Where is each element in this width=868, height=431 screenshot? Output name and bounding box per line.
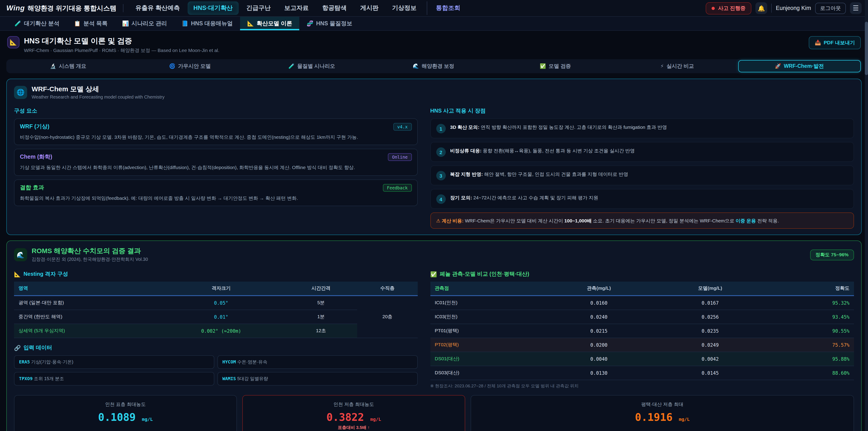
microscope-icon: 🔬 [50,63,56,69]
survey-footnote: ※ 현장조사: 2023.06.27~28 / 전체 10개 관측점 모두 모델… [430,383,854,390]
section-tabs-bar: 🔬 시스템 개요 🌀 가우시안 모델 🧪 물질별 시나리오 🌊 해양환경 보정 … [6,59,862,73]
roms-panel-subtitle: 김창겸·이문진 외 (2024), 한국해양환경·안전학회지 Vol.30 [32,256,148,263]
table-row: DS03(대산) 0.0130 0.0145 88.60% [430,366,854,380]
incident-status-badge[interactable]: 사고 진행중 [706,2,751,14]
app-logo[interactable]: Wing 해양환경 위기대응 통합시스템 [6,4,116,12]
column-header: 관측(mg/L) [543,282,654,296]
nav-item-integrated-search[interactable]: 통합조회 [427,1,466,15]
top-navigation-bar: Wing 해양환경 위기대응 통합시스템 유출유 확산예측 HNS·대기확산 긴… [0,0,868,17]
input-data-chips: ERA5 기상(기압·풍속·기온) HYCOM 수온·염분·유속 TPXO9 조… [14,356,417,386]
tab-system-overview[interactable]: 🔬 시스템 개요 [7,60,129,72]
advantage-item-3: 3 복잡 지형 반영: 해안 절벽, 항만 구조물, 인접 도시의 건물 효과를… [430,165,854,185]
logo-text: 해양환경 위기대응 통합시스템 [28,4,116,12]
triangle-ruler-icon: 📐 [14,271,21,278]
nav-item-aerial-search[interactable]: 항공탐색 [316,1,352,15]
incident-label: 사고 진행중 [718,5,745,11]
stat-note: 표층대비 3.5배 ↑ [247,425,460,431]
feedback-badge: Feedback [383,184,412,191]
component-description: 비정수압(non-hydrostatic) 중규모 기상 모델. 3차원 바람장… [20,133,412,141]
table-row: PT01(평택) 0.0215 0.0235 90.55% [430,324,854,338]
hamburger-icon: ☰ [853,4,859,12]
advantage-item-1: 1 3D 확산 모의: 연직 방향 확산까지 포함한 정밀 농도장 계산. 고층… [430,118,854,138]
advantage-item-4: 4 장기 모의: 24~72시간 예측으로 사고 수습 계획 및 장기 피해 평… [430,189,854,209]
page-title-group: HNS 대기확산 모델 이론 및 검증 WRF-Chem · Gaussian … [24,36,219,54]
column-header: 모델(mg/L) [655,282,766,296]
table-row-highlighted: 상세역 (5개 우심지역) 0.002° (≈200m) 12초 [14,324,417,338]
nav-item-rescue[interactable]: 긴급구난 [241,1,277,15]
page-scrollbar[interactable] [865,0,868,431]
wave-icon: 🌊 [413,63,419,69]
column-header: 관측점 [430,282,543,296]
logo-mark: Wing [6,4,25,12]
nav-divider [123,4,123,12]
table-row: 광역 (일본·대만 포함) 0.05° 5분 20층 [14,296,417,310]
online-badge: Online [388,153,412,161]
tab-gaussian-model[interactable]: 🌀 가우시안 모델 [129,60,251,72]
app-viewport: Wing 해양환경 위기대응 통합시스템 유출유 확산예측 HNS·대기확산 긴… [0,0,868,431]
nav-item-oil-spill[interactable]: 유출유 확산예측 [129,1,186,15]
advantages-label: HNS 사고 적용 시 장점 [430,107,854,115]
nav-item-reports[interactable]: 보고자료 [278,1,315,15]
page-header: 📐 HNS 대기확산 모델 이론 및 검증 WRF-Chem · Gaussia… [0,31,868,57]
tab-substance-scenarios[interactable]: 🧪 물질별 시나리오 [251,60,373,72]
column-header: 수직층 [358,282,418,296]
table-row: 중간역 (한반도 해역) 0.01° 1분 [14,310,417,324]
tab-wrfchem-advanced[interactable]: 🚀 WRF-Chem·발전 [738,60,861,72]
nesting-grid-table: 영역 격자크기 시간간격 수직층 광역 (일본·대만 포함) 0.05° 5분 … [14,282,417,338]
logout-button[interactable]: 로그아웃 [815,2,846,14]
table-row: IC01(인천) 0.0160 0.0167 95.32% [430,296,854,310]
components-label: 구성 요소 [14,107,417,115]
number-badge: 2 [436,147,445,157]
wave-icon: 🌊 [14,248,27,261]
scrollbar-thumb[interactable] [865,22,868,75]
roms-panel-title: ROMS 해양확산 수치모의 검증 결과 [32,247,148,256]
phenol-comparison-column: ✅ 페놀 관측-모델 비교 (인천·평택·대산) 관측점 관측(mg/L) 모델… [430,267,854,390]
component-card-wrf: WRF (기상) v4.x 비정수압(non-hydrostatic) 중규모 … [14,118,417,145]
component-description: 화학물질의 복사 효과가 기상장에 되먹임(feedback). 예: 대량의 … [20,194,412,202]
advantage-item-2: 2 비정상류 대응: 풍향 전환(해풍↔육풍), 돌풍, 전선 통과 등 시변 … [430,142,854,162]
subtab-hns-substance-info[interactable]: 🧬 HNS 물질정보 [299,17,360,30]
roms-panel-header: 🌊 ROMS 해양확산 수치모의 검증 결과 김창겸·이문진 외 (2024),… [14,247,854,263]
nav-item-board[interactable]: 게시판 [354,1,384,15]
table-row-warning: PT02(평택) 0.0200 0.0249 75.57% [430,338,854,352]
component-card-chem: Chem (화학) Online 기상 모델과 동일한 시간 스텝에서 화학종의… [14,149,417,176]
download-icon: 📥 [815,40,821,45]
wrfchem-advantages-column: HNS 사고 적용 시 장점 1 3D 확산 모의: 연직 방향 확산까지 포함… [430,103,854,229]
notification-bell-button[interactable]: 🔔 [755,2,767,14]
dna-icon: 🧬 [307,20,313,27]
table-row-highlighted: DS01(대산) 0.0040 0.0042 95.88% [430,352,854,366]
test-tube-icon: 🧪 [14,20,21,27]
subtab-model-theory[interactable]: 📐 확산모델 이론 [240,17,300,30]
subtab-hns-manual[interactable]: 📘 HNS 대응매뉴얼 [174,17,240,30]
page-subtitle: WRF-Chem · Gaussian Plume/Puff · ROMS · … [24,48,219,54]
incident-dot-icon [712,6,715,10]
hamburger-menu-button[interactable]: ☰ [850,2,862,14]
subtab-dispersion-analysis[interactable]: 🧪 대기확산 분석 [7,17,67,30]
nesting-column: 📐 Nesting 격자 구성 영역 격자크기 시간간격 수직층 [14,267,417,390]
nav-item-hns-dispersion[interactable]: HNS·대기확산 [188,1,239,15]
component-title: 결합 효과 [20,184,44,191]
column-header: 격자크기 [158,282,285,296]
bar-chart-icon: 📊 [122,20,129,27]
main-menu: 유출유 확산예측 HNS·대기확산 긴급구난 보고자료 항공탐색 게시판 기상정… [129,1,700,15]
tab-model-validation[interactable]: ✅ 모델 검증 [494,60,616,72]
number-badge: 4 [436,194,445,204]
nav-divider [771,4,772,13]
nav-item-weather[interactable]: 기상정보 [386,1,423,15]
nesting-grid-label: 📐 Nesting 격자 구성 [14,271,417,278]
component-card-coupling: 결합 효과 Feedback 화학물질의 복사 효과가 기상장에 되먹임(fee… [14,179,417,206]
pdf-export-button[interactable]: 📥 PDF 내보내기 [809,36,861,49]
wrfchem-components-column: 구성 요소 WRF (기상) v4.x 비정수압(non-hydrostatic… [14,103,417,229]
subtab-scenario-management[interactable]: 📊 시나리오 관리 [115,17,174,30]
check-icon: ✅ [540,63,546,69]
phenol-comparison-label: ✅ 페놀 관측-모델 비교 (인천·평택·대산) [430,271,854,278]
clipboard-icon: 📋 [74,20,81,27]
wrfchem-detail-panel: 🌐 WRF-Chem 모델 상세 Weather Research and Fo… [6,79,862,235]
vertical-layers-cell: 20층 [358,296,418,338]
tab-realtime-comparison[interactable]: ⚡ 실시간 비교 [616,60,738,72]
accuracy-badge: 정확도 75~96% [810,249,854,260]
check-icon: ✅ [430,271,437,278]
subtab-analysis-list[interactable]: 📋 분석 목록 [67,17,115,30]
tab-marine-correction[interactable]: 🌊 해양환경 보정 [373,60,495,72]
roms-validation-panel: 🌊 ROMS 해양확산 수치모의 검증 결과 김창겸·이문진 외 (2024),… [6,241,862,431]
